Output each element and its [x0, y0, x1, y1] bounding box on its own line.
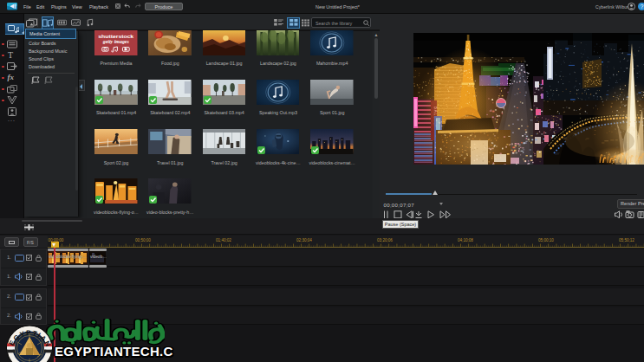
svg-text:?: ? — [641, 3, 644, 10]
svg-text:getty images: getty images — [102, 39, 130, 44]
svg-text:shutterstock: shutterstock — [98, 33, 133, 39]
